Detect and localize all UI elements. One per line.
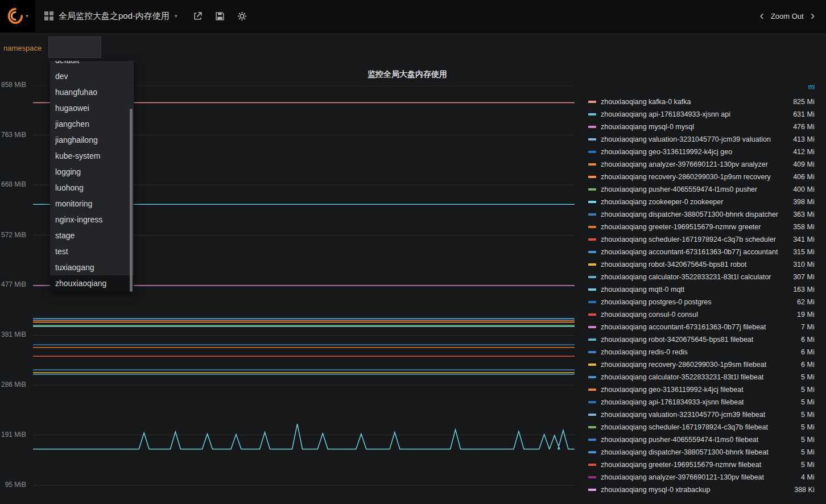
- legend-item[interactable]: zhouxiaoqiang valuation-3231045770-jcm39…: [586, 133, 815, 146]
- legend-item[interactable]: zhouxiaoqiang dispatcher-3880571300-bhnr…: [586, 208, 815, 221]
- series-name[interactable]: zhouxiaoqiang geo-3136119992-k4jcj fileb…: [601, 386, 779, 394]
- namespace-option[interactable]: huangfuhao: [50, 84, 134, 100]
- series-name[interactable]: zhouxiaoqiang valuation-3231045770-jcm39…: [601, 411, 779, 419]
- series-color-marker[interactable]: [588, 414, 596, 416]
- series-name[interactable]: zhouxiaoqiang analyzer-3976690121-130pv …: [601, 160, 779, 168]
- chevron-left-icon[interactable]: ‹: [760, 10, 764, 22]
- legend-item[interactable]: zhouxiaoqiang accountant-673161363-0b77j…: [586, 246, 815, 258]
- settings-button[interactable]: [234, 9, 250, 24]
- series-color-marker[interactable]: [588, 163, 596, 166]
- series-color-marker[interactable]: [588, 138, 596, 141]
- series-name[interactable]: zhouxiaoqiang geo-3136119992-k4jcj geo: [601, 148, 779, 156]
- series-name[interactable]: zhouxiaoqiang analyzer-3976690121-130pv …: [601, 473, 779, 481]
- legend-item[interactable]: zhouxiaoqiang zookeeper-0 zookeeper 398 …: [586, 196, 815, 208]
- series-color-marker[interactable]: [588, 276, 596, 278]
- legend-item[interactable]: zhouxiaoqiang greeter-1969515679-nzmrw g…: [586, 221, 815, 233]
- legend-item[interactable]: zhouxiaoqiang robot-3420675645-bps81 fil…: [586, 333, 815, 346]
- series-color-marker[interactable]: [588, 363, 596, 366]
- series-color-marker[interactable]: [588, 113, 596, 115]
- legend-item[interactable]: zhouxiaoqiang analyzer-3976690121-130pv …: [586, 158, 815, 171]
- series-color-marker[interactable]: [588, 288, 596, 291]
- legend-item[interactable]: zhouxiaoqiang recovery-2860299030-1p9sm …: [586, 358, 815, 371]
- series-color-marker[interactable]: [588, 326, 596, 328]
- series-name[interactable]: zhouxiaoqiang zookeeper-0 zookeeper: [601, 198, 779, 206]
- series-name[interactable]: zhouxiaoqiang api-1761834933-xjsnn fileb…: [601, 398, 779, 406]
- series-color-marker[interactable]: [588, 201, 596, 203]
- save-button[interactable]: [212, 9, 228, 24]
- legend-item[interactable]: zhouxiaoqiang api-1761834933-xjsnn fileb…: [586, 396, 815, 408]
- series-name[interactable]: zhouxiaoqiang greeter-1969515679-nzmrw g…: [601, 223, 779, 231]
- chevron-right-icon[interactable]: ›: [811, 10, 815, 22]
- series-name[interactable]: zhouxiaoqiang postgres-0 postgres: [601, 298, 779, 306]
- dashboard-title[interactable]: 全局监控大盘之pod-内存使用: [59, 11, 170, 22]
- series-color-marker[interactable]: [588, 151, 596, 153]
- series-color-marker[interactable]: [588, 401, 596, 403]
- legend-item[interactable]: zhouxiaoqiang consul-0 consul 19 MiB: [586, 308, 815, 321]
- legend-item[interactable]: zhouxiaoqiang calculator-3522833231-83t1…: [586, 371, 815, 383]
- series-name[interactable]: zhouxiaoqiang mqtt-0 mqtt: [601, 286, 779, 294]
- legend-item[interactable]: zhouxiaoqiang mysql-0 mysql 476 MiB: [586, 121, 815, 133]
- series-name[interactable]: zhouxiaoqiang recovery-2860299030-1p9sm …: [601, 173, 779, 181]
- series-color-marker[interactable]: [588, 464, 596, 466]
- namespace-option[interactable]: nginx-ingress: [50, 212, 134, 228]
- legend-item[interactable]: zhouxiaoqiang accountant-673161363-0b77j…: [586, 321, 815, 333]
- series-color-marker[interactable]: [588, 238, 596, 241]
- series-color-marker[interactable]: [588, 176, 596, 178]
- grafana-logo-button[interactable]: ▾: [0, 0, 35, 32]
- series-name[interactable]: zhouxiaoqiang dispatcher-3880571300-bhnr…: [601, 448, 779, 456]
- series-color-marker[interactable]: [588, 389, 596, 391]
- namespace-dropdown-list[interactable]: default dev huangfuhao hugaowei jiangche…: [50, 61, 134, 291]
- namespace-option[interactable]: luohong: [50, 180, 134, 196]
- dropdown-scrollbar[interactable]: [130, 109, 133, 292]
- namespace-option[interactable]: dev: [50, 68, 134, 84]
- series-name[interactable]: zhouxiaoqiang valuation-3231045770-jcm39…: [601, 135, 779, 143]
- series-name[interactable]: zhouxiaoqiang scheduler-1671978924-c3q7b…: [601, 423, 779, 431]
- legend-item[interactable]: zhouxiaoqiang postgres-0 postgres 62 MiB: [586, 296, 815, 308]
- namespace-option[interactable]: test: [50, 243, 134, 259]
- series-color-marker[interactable]: [588, 439, 596, 441]
- namespace-option[interactable]: hugaowei: [50, 100, 134, 116]
- series-name[interactable]: zhouxiaoqiang dispatcher-3880571300-bhnr…: [601, 210, 779, 218]
- series-color-marker[interactable]: [588, 301, 596, 303]
- series-name[interactable]: zhouxiaoqiang calculator-3522833231-83t1…: [601, 273, 779, 281]
- namespace-value-input[interactable]: [48, 36, 101, 58]
- legend-item[interactable]: zhouxiaoqiang robot-3420675645-bps81 rob…: [586, 258, 815, 271]
- legend-item[interactable]: zhouxiaoqiang calculator-3522833231-83t1…: [586, 271, 815, 283]
- series-color-marker[interactable]: [588, 351, 596, 353]
- legend-item[interactable]: zhouxiaoqiang redis-0 redis 6 MiB: [586, 346, 815, 358]
- namespace-option[interactable]: logging: [50, 164, 134, 180]
- series-name[interactable]: zhouxiaoqiang accountant-673161363-0b77j…: [601, 323, 779, 331]
- legend-item[interactable]: zhouxiaoqiang dispatcher-3880571300-bhnr…: [586, 446, 815, 458]
- series-color-marker[interactable]: [588, 188, 596, 191]
- series-color-marker[interactable]: [588, 263, 596, 266]
- series-color-marker[interactable]: [588, 226, 596, 228]
- namespace-option[interactable]: tuxiaogang: [50, 259, 134, 275]
- series-color-marker[interactable]: [588, 101, 596, 103]
- series-color-marker[interactable]: [588, 338, 596, 341]
- series-name[interactable]: zhouxiaoqiang accountant-673161363-0b77j…: [601, 248, 779, 256]
- series-color-marker[interactable]: [588, 126, 596, 128]
- series-name[interactable]: zhouxiaoqiang kafka-0 kafka: [601, 98, 779, 106]
- series-name[interactable]: zhouxiaoqiang pusher-4065559474-l1ms0 pu…: [601, 185, 779, 193]
- series-name[interactable]: zhouxiaoqiang greeter-1969515679-nzmrw f…: [601, 461, 779, 469]
- namespace-option[interactable]: jiangchen: [50, 116, 134, 132]
- legend-min-column-header[interactable]: min: [779, 83, 815, 91]
- series-color-marker[interactable]: [588, 426, 596, 428]
- series-color-marker[interactable]: [588, 476, 596, 478]
- legend-item[interactable]: zhouxiaoqiang recovery-2860299030-1p9sm …: [586, 171, 815, 183]
- legend-item[interactable]: zhouxiaoqiang mqtt-0 mqtt 163 MiB: [586, 283, 815, 296]
- namespace-option[interactable]: jianghailong: [50, 132, 134, 148]
- series-name[interactable]: zhouxiaoqiang consul-0 consul: [601, 311, 779, 319]
- series-name[interactable]: zhouxiaoqiang pusher-4065559474-l1ms0 fi…: [601, 436, 779, 444]
- namespace-option[interactable]: monitoring: [50, 196, 134, 212]
- legend-item[interactable]: zhouxiaoqiang geo-3136119992-k4jcj fileb…: [586, 383, 815, 396]
- series-name[interactable]: zhouxiaoqiang mysql-0 mysql: [601, 123, 779, 131]
- series-color-marker[interactable]: [588, 313, 596, 316]
- legend-item[interactable]: zhouxiaoqiang geo-3136119992-k4jcj geo 4…: [586, 146, 815, 158]
- share-button[interactable]: [190, 9, 205, 24]
- legend-item[interactable]: zhouxiaoqiang valuation-3231045770-jcm39…: [586, 408, 815, 421]
- series-name[interactable]: zhouxiaoqiang calculator-3522833231-83t1…: [601, 373, 779, 381]
- legend-item[interactable]: zhouxiaoqiang mysql-0 xtrabackup 388 KiB: [586, 484, 815, 496]
- series-color-marker[interactable]: [588, 376, 596, 378]
- series-name[interactable]: zhouxiaoqiang recovery-2860299030-1p9sm …: [601, 361, 779, 369]
